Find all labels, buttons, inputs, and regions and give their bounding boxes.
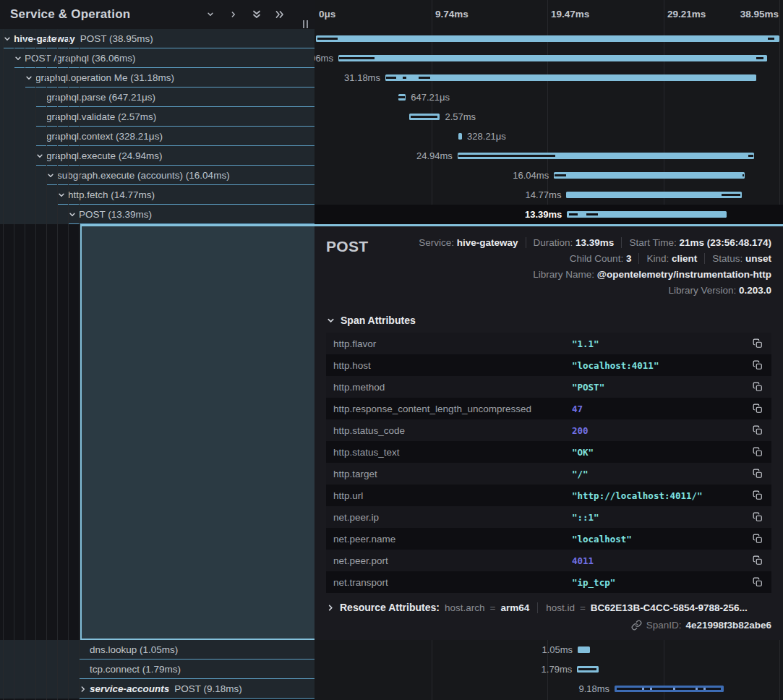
- span-attributes-toggle[interactable]: Span Attributes: [326, 315, 771, 326]
- span-bar[interactable]: [554, 172, 745, 179]
- tree-row[interactable]: graphql.operation Me (31.18ms): [0, 68, 315, 88]
- resource-key: host.id: [546, 602, 575, 613]
- timeline-row: 24.94ms: [315, 146, 783, 166]
- span-bar[interactable]: [385, 74, 756, 81]
- chevron-down-icon[interactable]: [14, 54, 22, 63]
- span-duration-label: 13.39ms: [525, 205, 562, 224]
- span-bar[interactable]: [338, 55, 767, 61]
- copy-icon[interactable]: [751, 424, 764, 437]
- copy-icon[interactable]: [751, 532, 764, 545]
- chevron-down-icon: [326, 316, 335, 325]
- timeline-row: 31.18ms: [315, 68, 783, 88]
- tree-row[interactable]: graphql.execute (24.94ms): [0, 146, 315, 166]
- attribute-key: net.peer.port: [333, 555, 572, 566]
- resource-attributes-toggle[interactable]: Resource Attributes: host.arch=arm64host…: [326, 602, 771, 613]
- span-meta-item: Library Version: 0.203.0: [668, 285, 771, 296]
- span-id-row: SpanID: 4e21998f3b82abe6: [326, 620, 771, 631]
- span-bar[interactable]: [458, 153, 754, 159]
- meta-value: 21ms (23:56:48.174): [679, 237, 771, 248]
- span-meta-item: Kind: client: [638, 253, 697, 264]
- span-duration-label: 1.05ms: [542, 640, 573, 660]
- span-bar[interactable]: [316, 35, 779, 42]
- chevron-down-icon[interactable]: [46, 171, 55, 180]
- tree-row[interactable]: dns.lookup (1.05ms): [0, 640, 315, 660]
- child-span-marker: [586, 213, 598, 215]
- span-label: graphql.execute (24.94ms): [46, 150, 163, 161]
- chevron-down-icon[interactable]: [57, 191, 66, 200]
- timeline-row: 16.04ms: [315, 166, 783, 185]
- child-span-marker: [569, 213, 578, 215]
- axis-tick-label: 19.47ms: [551, 0, 589, 29]
- link-icon[interactable]: [631, 620, 642, 631]
- double-chevron-right-icon[interactable]: [274, 9, 286, 20]
- attribute-key: http.method: [333, 382, 572, 393]
- span-label: graphql.parse (647.21μs): [46, 92, 155, 103]
- copy-icon[interactable]: [751, 511, 764, 524]
- tree-row[interactable]: service-accountsPOST (9.18ms): [0, 679, 315, 699]
- span-duration-label: 328.21μs: [467, 127, 506, 146]
- tree-row[interactable]: subgraph.execute (accounts) (16.04ms): [0, 166, 315, 185]
- copy-icon[interactable]: [751, 402, 764, 415]
- attribute-row: http.url"http://localhost:4011/": [326, 485, 771, 506]
- chevron-down-icon[interactable]: [35, 152, 44, 161]
- copy-icon[interactable]: [751, 380, 764, 393]
- indent-spacer: [79, 665, 87, 674]
- child-span-dot: [696, 688, 698, 690]
- span-bar[interactable]: [458, 133, 462, 140]
- tree-row[interactable]: graphql.context (328.21μs): [0, 127, 315, 146]
- span-bar[interactable]: [398, 94, 406, 101]
- indent-guide-line: [3, 29, 4, 700]
- indent-guide-line: [25, 29, 25, 700]
- timeline-row: 36.06ms: [315, 48, 783, 68]
- chevron-down-icon[interactable]: [205, 9, 216, 20]
- span-bar[interactable]: [566, 192, 742, 198]
- copy-icon[interactable]: [751, 489, 764, 502]
- child-span-marker: [555, 174, 565, 176]
- meta-label: Start Time:: [629, 237, 679, 248]
- tree-row[interactable]: http.fetch (14.77ms): [0, 185, 315, 205]
- chevron-down-icon[interactable]: [68, 210, 77, 219]
- child-span-marker: [339, 57, 375, 59]
- attribute-row: http.flavor"1.1": [326, 333, 771, 354]
- span-bar[interactable]: [409, 114, 440, 120]
- tree-row[interactable]: graphql.validate (2.57ms): [0, 107, 315, 127]
- meta-value: hive-gateway: [457, 237, 518, 248]
- span-duration-label: 31.18ms: [344, 68, 380, 88]
- copy-icon[interactable]: [751, 467, 764, 480]
- copy-icon[interactable]: [751, 576, 764, 589]
- meta-label: Service:: [419, 237, 457, 248]
- attribute-value: 4011: [572, 555, 751, 566]
- span-label: POST (38.95ms): [80, 33, 153, 44]
- tree-row[interactable]: hive-gatewayPOST (38.95ms): [0, 29, 315, 48]
- tree-panel-body: hive-gatewayPOST (38.95ms)POST /graphql …: [0, 29, 315, 700]
- span-bar[interactable]: [567, 211, 726, 218]
- chevron-down-icon[interactable]: [3, 35, 12, 43]
- span-bar[interactable]: [577, 666, 598, 673]
- attribute-key: http.host: [333, 360, 572, 371]
- span-bar[interactable]: [578, 646, 590, 653]
- copy-icon[interactable]: [751, 359, 764, 372]
- copy-icon[interactable]: [751, 554, 764, 567]
- chevron-right-icon[interactable]: [228, 9, 239, 20]
- resource-value: arm64: [500, 602, 529, 613]
- attribute-key: http.status_code: [333, 425, 572, 436]
- tree-row[interactable]: POST /graphql (36.06ms): [0, 48, 315, 68]
- span-detail-panel: POST Service: hive-gatewayDuration: 13.3…: [315, 224, 783, 640]
- tree-row[interactable]: POST (13.39ms): [0, 205, 315, 224]
- span-meta-line: Service: hive-gatewayDuration: 13.39msSt…: [419, 235, 771, 251]
- tree-row[interactable]: graphql.parse (647.21μs): [0, 88, 315, 107]
- child-span-marker: [419, 77, 430, 79]
- column-resize-grip-icon[interactable]: [303, 19, 310, 29]
- span-attributes-title: Span Attributes: [341, 315, 416, 326]
- attribute-row: net.peer.ip"::1": [326, 506, 771, 528]
- span-detail-header: POST Service: hive-gatewayDuration: 13.3…: [326, 235, 771, 299]
- attribute-value: 200: [572, 425, 751, 436]
- span-bar[interactable]: [615, 686, 724, 692]
- copy-icon[interactable]: [751, 445, 764, 458]
- copy-icon[interactable]: [751, 337, 764, 350]
- attribute-key: net.transport: [333, 577, 572, 588]
- chevron-right-icon[interactable]: [79, 685, 87, 693]
- double-chevron-down-icon[interactable]: [251, 9, 262, 20]
- tree-row[interactable]: tcp.connect (1.79ms): [0, 660, 315, 679]
- chevron-down-icon[interactable]: [25, 74, 33, 82]
